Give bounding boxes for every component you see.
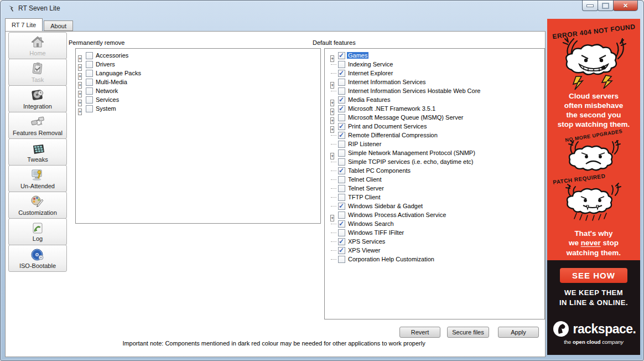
ad-watch-text: That's why we never stop watching them. [567, 229, 621, 258]
checkbox[interactable] [338, 70, 345, 77]
tree-item[interactable]: Telnet Server [325, 184, 544, 193]
tab-rt7lite[interactable]: RT 7 Lite [5, 18, 43, 31]
checkbox[interactable] [338, 229, 345, 236]
tree-item[interactable]: + Multi-Media [76, 78, 320, 86]
checkbox[interactable] [338, 87, 345, 95]
checkbox[interactable] [86, 79, 93, 86]
checkbox[interactable] [338, 203, 345, 210]
sidebar-item-customization[interactable]: Customization [8, 192, 67, 219]
angry-cloud-icon [555, 35, 632, 91]
sidebar-item-unattended[interactable]: Un-Attended [8, 165, 67, 192]
checkbox[interactable] [338, 52, 345, 59]
close-button[interactable]: ✕ [613, 1, 638, 11]
checkbox[interactable] [338, 220, 345, 228]
sidebar-item-iso-bootable[interactable]: ISO-Bootable [8, 245, 67, 272]
checkbox[interactable] [338, 114, 345, 121]
advertisement-banner[interactable]: ERROR 404 NOT FOUND [547, 19, 640, 355]
tree-item[interactable]: Indexing Service [325, 60, 544, 69]
checkbox[interactable] [86, 52, 93, 59]
checkbox[interactable] [86, 87, 93, 95]
tree-item[interactable]: Telnet Client [325, 175, 544, 184]
secure-files-button[interactable]: Secure files [447, 327, 489, 338]
tree-gutter: + [330, 79, 336, 85]
checkbox[interactable] [338, 194, 345, 201]
tree-item[interactable]: Remote Differential Compression [325, 131, 544, 140]
checkbox[interactable] [338, 105, 345, 112]
checkbox[interactable] [338, 212, 345, 219]
revert-button[interactable]: Revert [399, 327, 440, 338]
task-icon [30, 61, 45, 76]
sidebar-item-label: Task [32, 76, 44, 83]
checkbox[interactable] [338, 149, 345, 157]
sidebar-item-integration[interactable]: Integration [8, 85, 67, 112]
tree-gutter: + [78, 106, 84, 112]
ad-red-section: ERROR 404 NOT FOUND [547, 19, 640, 260]
tree-item[interactable]: + Internet Information Services [325, 78, 544, 86]
tree-gutter: + [330, 150, 336, 156]
checkbox[interactable] [86, 61, 93, 68]
tree-item[interactable]: Windows TIFF IFilter [325, 228, 544, 237]
tree-item[interactable]: + System [76, 104, 320, 113]
tree-item[interactable]: RIP Listener [325, 140, 544, 148]
expander-icon[interactable]: + [78, 109, 82, 115]
checkbox[interactable] [86, 96, 93, 104]
tree-item[interactable]: + Microsoft Message Queue (MSMQ) Server [325, 113, 544, 122]
tree-item[interactable]: XPS Viewer [325, 246, 544, 255]
tree-gutter: + [330, 53, 336, 59]
checkbox[interactable] [338, 176, 345, 183]
tree-item-label: Games [347, 52, 368, 59]
tree-item[interactable]: + Network [76, 86, 320, 95]
features-panel-title: Default features [313, 39, 356, 46]
maximize-button[interactable] [598, 1, 614, 11]
checkbox[interactable] [338, 167, 345, 174]
frowning-cloud-icon [560, 138, 627, 176]
checkbox[interactable] [338, 132, 345, 139]
checkbox[interactable] [338, 256, 345, 263]
tree-item-label: XPS Services [347, 238, 386, 245]
tab-about[interactable]: About [44, 20, 73, 31]
minimize-button[interactable] [582, 1, 598, 11]
tree-item[interactable]: + Language Packs [76, 69, 320, 78]
checkbox[interactable] [338, 123, 345, 130]
sidebar-item-log[interactable]: Log [8, 218, 67, 245]
checkbox[interactable] [86, 70, 93, 77]
sidebar: Home Task Integration [8, 33, 67, 272]
checkbox[interactable] [338, 141, 345, 148]
tree-item[interactable]: Internet Explorer [325, 69, 544, 78]
tree-item[interactable]: Windows Search [325, 219, 544, 228]
tree-item[interactable]: Corporation Help Customization [325, 255, 544, 264]
tree-item[interactable]: Simple TCPIP services (i.e. echo, daytim… [325, 157, 544, 166]
title-bar[interactable]: RT Seven Lite ✕ [1, 1, 643, 17]
tree-gutter [330, 230, 336, 236]
checkbox[interactable] [338, 79, 345, 86]
tree-item[interactable]: + Microsoft .NET Framework 3.5.1 [325, 104, 544, 113]
ad-headline: Cloud serversoften misbehavethe second y… [558, 92, 630, 130]
sidebar-item-features-removal[interactable]: Features Removal [8, 112, 67, 139]
see-how-button[interactable]: SEE HOW [560, 268, 627, 283]
tree-item[interactable]: + Print and Document Services [325, 122, 544, 131]
checkbox[interactable] [338, 96, 345, 104]
checkbox[interactable] [338, 238, 345, 245]
tree-item-label: Windows TIFF IFilter [347, 229, 405, 236]
checkbox[interactable] [338, 247, 345, 254]
tree-item[interactable]: XPS Services [325, 237, 544, 246]
tree-item[interactable]: + Windows Process Activation Service [325, 210, 544, 219]
raining-cloud-icon [558, 182, 630, 225]
sidebar-item-tweaks[interactable]: Tweaks [8, 138, 67, 166]
tree-item[interactable]: + Media Features [325, 95, 544, 104]
checkbox[interactable] [338, 61, 345, 68]
tree-item[interactable]: + Accessories [76, 51, 320, 60]
tree-item[interactable]: + Games [325, 51, 544, 60]
tree-item[interactable]: Tablet PC Components [325, 166, 544, 175]
tree-item[interactable]: Internet Information Services Hostable W… [325, 86, 544, 95]
checkbox[interactable] [338, 185, 345, 192]
tree-item[interactable]: + Simple Network Management Protocol (SN… [325, 148, 544, 157]
tree-item[interactable]: Windows Sidebar & Gadget [325, 202, 544, 210]
tree-item[interactable]: + Services [76, 95, 320, 104]
checkbox[interactable] [86, 105, 93, 112]
tree-item[interactable]: + Drivers [76, 60, 320, 69]
apply-button[interactable]: Apply [498, 327, 539, 338]
tree-item[interactable]: TFTP Client [325, 193, 544, 202]
checkbox[interactable] [338, 158, 345, 166]
iso-bootable-icon [30, 247, 45, 262]
